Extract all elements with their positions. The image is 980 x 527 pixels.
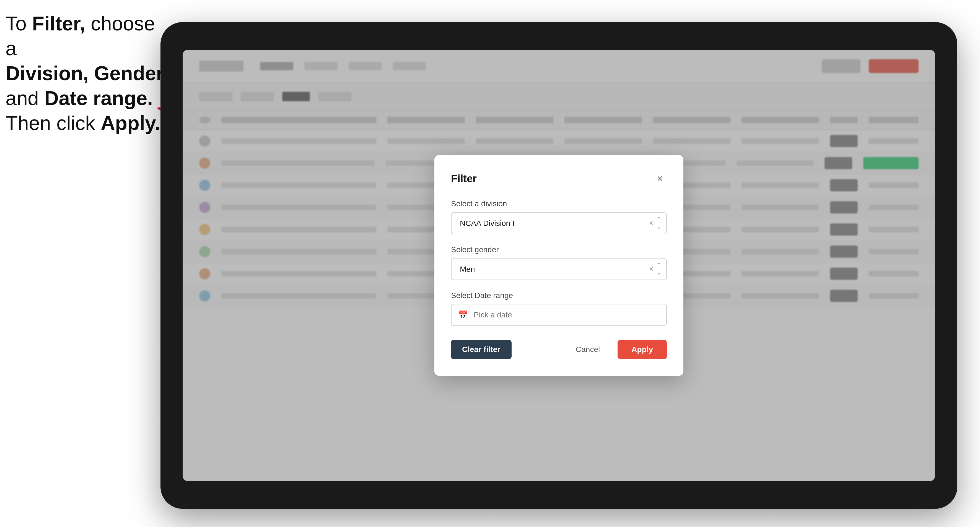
tablet-screen: Filter × Select a division NCAA Division… xyxy=(183,50,935,481)
division-label: Select a division xyxy=(451,199,667,208)
date-range-input[interactable] xyxy=(451,304,667,326)
division-gender-bold: Division, Gender xyxy=(6,62,164,84)
gender-select[interactable]: Men xyxy=(451,258,667,280)
cancel-button[interactable]: Cancel xyxy=(565,340,611,359)
date-range-label: Select Date range xyxy=(451,291,667,300)
apply-button[interactable]: Apply xyxy=(617,340,667,359)
gender-form-group: Select gender Men × ⌃⌄ xyxy=(451,245,667,280)
date-range-form-group: Select Date range 📅 xyxy=(451,291,667,326)
date-range-bold: Date range. xyxy=(44,87,153,109)
date-input-wrapper: 📅 xyxy=(451,304,667,326)
division-select[interactable]: NCAA Division I xyxy=(451,212,667,234)
instruction-text: To Filter, choose a Division, Gender and… xyxy=(6,11,166,135)
gender-select-wrapper: Men × ⌃⌄ xyxy=(451,258,667,280)
modal-footer: Clear filter Cancel Apply xyxy=(451,340,667,359)
modal-close-button[interactable]: × xyxy=(653,172,667,186)
modal-title: Filter xyxy=(451,173,477,185)
filter-modal: Filter × Select a division NCAA Division… xyxy=(434,155,683,376)
modal-overlay: Filter × Select a division NCAA Division… xyxy=(183,50,935,481)
apply-bold: Apply. xyxy=(101,112,160,134)
gender-label: Select gender xyxy=(451,245,667,254)
modal-header: Filter × xyxy=(451,172,667,186)
tablet-device: Filter × Select a division NCAA Division… xyxy=(161,22,957,509)
division-select-wrapper: NCAA Division I × ⌃⌄ xyxy=(451,212,667,234)
clear-filter-button[interactable]: Clear filter xyxy=(451,340,512,359)
filter-bold: Filter, xyxy=(32,13,85,35)
footer-right-buttons: Cancel Apply xyxy=(565,340,667,359)
division-form-group: Select a division NCAA Division I × ⌃⌄ xyxy=(451,199,667,234)
